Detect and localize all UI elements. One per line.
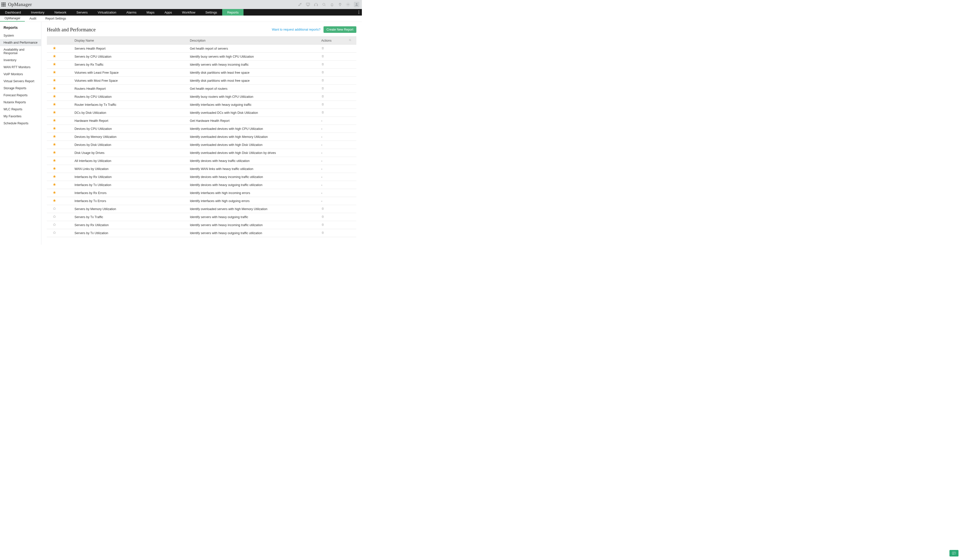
table-row[interactable]: Volumes with Least Free SpaceIdentify di…: [47, 69, 357, 77]
row-action[interactable]: [319, 101, 344, 109]
nav-reports[interactable]: Reports: [222, 9, 244, 16]
sidebar-item-storage-reports[interactable]: Storage Reports: [0, 85, 41, 92]
sidebar-item-availability-and-response[interactable]: Availability and Response: [0, 46, 41, 57]
report-name[interactable]: Servers by Memory Utilization: [72, 205, 187, 213]
favorite-star-icon[interactable]: [47, 197, 62, 205]
nav-network[interactable]: Network: [49, 9, 71, 16]
table-row[interactable]: Volumes with Most Free SpaceIdentify dis…: [47, 77, 357, 85]
table-row[interactable]: Servers by Memory UtilizationIdentify ov…: [47, 205, 357, 213]
sidebar-item-wlc-reports[interactable]: WLC Reports: [0, 106, 41, 113]
table-row[interactable]: Routers Health ReportGet health report o…: [47, 85, 357, 93]
sidebar-item-system[interactable]: System: [0, 32, 41, 39]
favorite-star-icon[interactable]: [47, 221, 62, 229]
nav-servers[interactable]: Servers: [71, 9, 93, 16]
favorite-star-icon[interactable]: [47, 173, 62, 181]
report-name[interactable]: Devices by CPU Utilization: [72, 125, 187, 133]
apps-icon[interactable]: [2, 3, 5, 6]
table-row[interactable]: DCs by Disk UtilizationIdentify overload…: [47, 109, 357, 117]
report-name[interactable]: Interfaces by Rx Errors: [72, 189, 187, 197]
favorite-star-icon[interactable]: [47, 157, 62, 165]
request-reports-link[interactable]: Want to request additional reports?: [272, 28, 321, 31]
sidebar-item-schedule-reports[interactable]: Schedule Reports: [0, 120, 41, 127]
report-name[interactable]: Servers by Rx Utilization: [72, 221, 187, 229]
report-name[interactable]: Servers by Tx Traffic: [72, 213, 187, 221]
nav-maps[interactable]: Maps: [142, 9, 160, 16]
sidebar-item-virtual-servers-report[interactable]: Virtual Servers Report: [0, 78, 41, 85]
report-name[interactable]: Servers by Tx Utilization: [72, 229, 187, 237]
favorite-star-icon[interactable]: [47, 117, 62, 125]
table-row[interactable]: Devices by CPU UtilizationIdentify overl…: [47, 125, 357, 133]
col-description[interactable]: Description: [187, 37, 319, 45]
favorite-star-icon[interactable]: [47, 77, 62, 85]
table-row[interactable]: Interfaces by Rx UtilizationIdentify dev…: [47, 173, 357, 181]
favorite-star-icon[interactable]: [47, 93, 62, 101]
row-action[interactable]: [319, 45, 344, 53]
table-row[interactable]: Interfaces by Tx UtilizationIdentify dev…: [47, 181, 357, 189]
table-row[interactable]: Servers by Tx TrafficIdentify servers wi…: [47, 213, 357, 221]
report-name[interactable]: Servers Health Report: [72, 45, 187, 53]
nav-dashboard[interactable]: Dashboard: [0, 9, 26, 16]
row-action[interactable]: [319, 229, 344, 237]
report-name[interactable]: Routers by CPU Utilization: [72, 93, 187, 101]
table-row[interactable]: All Interfaces by UtilizationIdentify de…: [47, 157, 357, 165]
sidebar-item-my-favorites[interactable]: My Favorites: [0, 113, 41, 120]
report-name[interactable]: All Interfaces by Utilization: [72, 157, 187, 165]
report-name[interactable]: Routers Health Report: [72, 85, 187, 93]
report-name[interactable]: Interfaces by Tx Errors: [72, 197, 187, 205]
table-row[interactable]: Servers by Rx UtilizationIdentify server…: [47, 221, 357, 229]
row-action[interactable]: [319, 53, 344, 61]
favorite-star-icon[interactable]: [47, 125, 62, 133]
row-action[interactable]: [319, 77, 344, 85]
favorite-star-icon[interactable]: [47, 69, 62, 77]
favorite-star-icon[interactable]: [47, 45, 62, 53]
create-report-button[interactable]: Create New Report: [323, 26, 357, 33]
sidebar-item-forecast-reports[interactable]: Forecast Reports: [0, 92, 41, 99]
report-name[interactable]: Devices by Memory Utilization: [72, 133, 187, 141]
table-row[interactable]: WAN Links by UtilizationIdentify WAN lin…: [47, 165, 357, 173]
favorite-star-icon[interactable]: [47, 229, 62, 237]
report-name[interactable]: Router Interfaces by Tx Traffic: [72, 101, 187, 109]
table-row[interactable]: Hardware Health ReportGet Hardware Healt…: [47, 117, 357, 125]
favorite-star-icon[interactable]: [47, 53, 62, 61]
row-action[interactable]: [319, 213, 344, 221]
table-row[interactable]: Devices by Disk UtilizationIdentify over…: [47, 141, 357, 149]
nav-settings[interactable]: Settings: [200, 9, 222, 16]
favorite-star-icon[interactable]: [47, 85, 62, 93]
favorite-star-icon[interactable]: [47, 149, 62, 157]
user-avatar[interactable]: [354, 2, 359, 7]
sidebar-item-wan-rtt-monitors[interactable]: WAN RTT Monitors: [0, 64, 41, 71]
favorite-star-icon[interactable]: [47, 109, 62, 117]
table-row[interactable]: Servers by CPU UtilizationIdentify busy …: [47, 53, 357, 61]
favorite-star-icon[interactable]: [47, 61, 62, 69]
sidebar-item-inventory[interactable]: Inventory: [0, 57, 41, 64]
plug-icon[interactable]: [338, 2, 342, 7]
favorite-star-icon[interactable]: [47, 165, 62, 173]
search-icon[interactable]: [322, 2, 326, 7]
gear-icon[interactable]: [346, 2, 350, 7]
report-name[interactable]: Servers by CPU Utilization: [72, 53, 187, 61]
report-name[interactable]: WAN Links by Utilization: [72, 165, 187, 173]
report-name[interactable]: Interfaces by Tx Utilization: [72, 181, 187, 189]
subnav-audit[interactable]: Audit: [25, 16, 40, 22]
report-name[interactable]: Disk Usage by Drives: [72, 149, 187, 157]
row-action[interactable]: [319, 61, 344, 69]
report-name[interactable]: Servers by Rx Traffic: [72, 61, 187, 69]
nav-virtualization[interactable]: Virtualization: [93, 9, 121, 16]
nav-alarms[interactable]: Alarms: [121, 9, 142, 16]
nav-inventory[interactable]: Inventory: [26, 9, 49, 16]
report-name[interactable]: Interfaces by Rx Utilization: [72, 173, 187, 181]
table-row[interactable]: Servers by Tx UtilizationIdentify server…: [47, 229, 357, 237]
sidebar-item-health-and-performance[interactable]: Health and Performance: [0, 39, 41, 46]
table-row[interactable]: Servers by Rx TrafficIdentify servers wi…: [47, 61, 357, 69]
report-name[interactable]: Volumes with Most Free Space: [72, 77, 187, 85]
row-action[interactable]: [319, 69, 344, 77]
table-row[interactable]: Interfaces by Tx ErrorsIdentify interfac…: [47, 197, 357, 205]
favorite-star-icon[interactable]: [47, 141, 62, 149]
row-action[interactable]: [319, 221, 344, 229]
nav-workflow[interactable]: Workflow: [177, 9, 200, 16]
favorite-star-icon[interactable]: [47, 181, 62, 189]
table-row[interactable]: Interfaces by Rx ErrorsIdentify interfac…: [47, 189, 357, 197]
row-action[interactable]: [319, 93, 344, 101]
headset-icon[interactable]: [314, 2, 318, 7]
subnav-report-settings[interactable]: Report Settings: [41, 16, 71, 22]
